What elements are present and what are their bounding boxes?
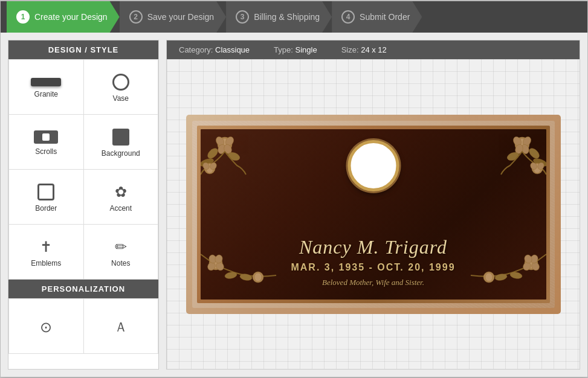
category-info: Category: Classique <box>179 45 250 54</box>
app-container: 1 Create your Design 2 Save your Design … <box>0 1 588 377</box>
size-label: Size: <box>341 45 359 54</box>
type-info: Type: Single <box>274 45 317 54</box>
design-grid: Granite Vase Scrolls Background <box>8 59 158 280</box>
plaque-text: Nancy M. Trigard MAR. 3, 1935 - OCT. 20,… <box>201 236 546 287</box>
vase-icon <box>112 74 129 91</box>
person2-icon: Ａ <box>114 318 128 336</box>
design-canvas: Nancy M. Trigard MAR. 3, 1935 - OCT. 20,… <box>167 59 580 369</box>
rose-top-left <box>201 129 276 193</box>
size-value: 24 x 12 <box>361 45 387 54</box>
emblems-label: Emblems <box>31 259 61 267</box>
vase-label: Vase <box>113 94 129 103</box>
category-value: Classique <box>215 45 250 54</box>
sidebar-item-border[interactable]: Border <box>9 170 83 224</box>
type-value: Single <box>296 45 317 54</box>
accent-label: Accent <box>109 204 132 213</box>
step-4-label: Submit Order <box>360 12 410 22</box>
step-1-label: Create your Design <box>34 12 108 22</box>
sidebar-item-notes[interactable]: ✏ Notes <box>84 225 158 279</box>
svg-point-19 <box>527 146 541 160</box>
plaque-wrapper: Nancy M. Trigard MAR. 3, 1935 - OCT. 20,… <box>186 115 561 314</box>
step-1-number: 1 <box>16 10 30 24</box>
personalization-title: PERSONALIZATION <box>8 280 158 298</box>
sidebar: DESIGN / STYLE Granite Vase Scrolls <box>8 40 159 370</box>
step-3-label: Billing & Shipping <box>254 12 320 22</box>
step-3[interactable]: 3 Billing & Shipping <box>226 1 332 33</box>
design-header: Category: Classique Type: Single Size: 2… <box>167 40 580 59</box>
sidebar-item-scrolls[interactable]: Scrolls <box>9 115 83 169</box>
sidebar-item-person1[interactable]: ⊙ <box>9 299 83 353</box>
type-label: Type: <box>274 45 293 54</box>
main-content: DESIGN / STYLE Granite Vase Scrolls <box>1 33 587 377</box>
sidebar-item-person2[interactable]: Ａ <box>84 299 158 353</box>
sidebar-item-emblems[interactable]: ✝ Emblems <box>9 225 83 279</box>
background-label: Background <box>102 149 140 158</box>
plaque-epitaph: Beloved Mother, Wife and Sister. <box>201 278 546 287</box>
scrolls-icon <box>34 130 58 144</box>
sidebar-item-background[interactable]: Background <box>84 115 158 169</box>
rose-top-right <box>471 129 546 193</box>
sidebar-item-accent[interactable]: ✿ Accent <box>84 170 158 224</box>
design-area: Category: Classique Type: Single Size: 2… <box>166 40 580 370</box>
step-2[interactable]: 2 Save your Design <box>120 1 227 33</box>
granite-label: Granite <box>34 90 58 98</box>
plaque-face: Nancy M. Trigard MAR. 3, 1935 - OCT. 20,… <box>201 129 546 300</box>
accent-icon: ✿ <box>115 184 127 200</box>
step-4-number: 4 <box>341 10 355 24</box>
emblems-icon: ✝ <box>40 239 52 255</box>
background-icon <box>112 129 129 146</box>
plaque-name: Nancy M. Trigard <box>201 236 546 258</box>
personalization-grid: ⊙ Ａ <box>8 298 158 354</box>
scrolls-label: Scrolls <box>35 147 57 156</box>
step-1[interactable]: 1 Create your Design <box>7 1 120 33</box>
granite-icon <box>31 78 61 86</box>
border-icon <box>37 184 54 200</box>
design-style-title: DESIGN / STYLE <box>8 40 158 59</box>
person1-icon: ⊙ <box>40 319 52 336</box>
size-info: Size: 24 x 12 <box>341 45 387 54</box>
svg-point-6 <box>205 146 219 160</box>
step-3-number: 3 <box>236 10 249 24</box>
border-label: Border <box>35 204 57 213</box>
sidebar-item-vase[interactable]: Vase <box>84 60 158 114</box>
progress-bar: 1 Create your Design 2 Save your Design … <box>1 1 587 33</box>
step-4[interactable]: 4 Submit Order <box>332 1 422 33</box>
sidebar-item-granite[interactable]: Granite <box>9 60 83 114</box>
plaque-dates: MAR. 3, 1935 - OCT. 20, 1999 <box>201 262 546 273</box>
category-label: Category: <box>179 45 213 54</box>
photo-circle <box>347 140 399 191</box>
step-2-label: Save your Design <box>147 12 215 22</box>
notes-icon: ✏ <box>115 239 127 255</box>
step-2-number: 2 <box>129 10 143 24</box>
notes-label: Notes <box>111 259 130 267</box>
